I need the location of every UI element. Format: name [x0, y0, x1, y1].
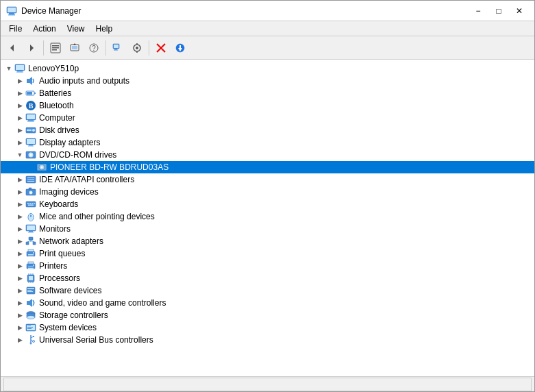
expand-display[interactable]: ▶ [14, 137, 25, 148]
toolbar-back[interactable] [3, 39, 21, 57]
tree-ide[interactable]: ▶ IDE ATA/ATAPI controllers [1, 173, 534, 186]
tree-system[interactable]: ▶ System devices [1, 321, 534, 334]
toolbar-uninstall[interactable] [171, 39, 189, 57]
svg-marker-4 [10, 45, 14, 51]
menu-file[interactable]: File [3, 23, 27, 35]
toolbar-update-driver[interactable] [66, 39, 84, 57]
tree-computer[interactable]: ▶ Computer [1, 112, 534, 124]
tree-print-queues[interactable]: ▶ Print queues [1, 247, 534, 260]
expand-network[interactable]: ▶ [14, 236, 25, 247]
svg-rect-80 [26, 242, 29, 245]
toolbar-display-type[interactable] [109, 39, 127, 57]
expand-keyboards[interactable]: ▶ [14, 199, 25, 210]
tree-display[interactable]: ▶ Display adapters [1, 136, 534, 149]
toolbar-help[interactable]: ? [85, 39, 103, 57]
toolbar-forward[interactable] [23, 39, 40, 57]
bluetooth-icon: B [25, 100, 36, 111]
expand-computer[interactable]: ▶ [14, 112, 25, 123]
tree-processors[interactable]: ▶ Processors [1, 272, 534, 284]
svg-text:B: B [29, 102, 34, 110]
tree-storage[interactable]: ▶ Storage controllers [1, 309, 534, 321]
imaging-label: Imaging devices [39, 187, 99, 197]
menu-view[interactable]: View [62, 23, 90, 35]
svg-rect-18 [114, 49, 118, 50]
svg-rect-69 [34, 203, 35, 204]
svg-rect-77 [29, 231, 33, 232]
svg-point-89 [33, 252, 34, 254]
imaging-icon [25, 186, 36, 197]
svg-line-83 [27, 241, 31, 242]
expand-audio[interactable]: ▶ [14, 75, 25, 86]
svg-rect-58 [27, 177, 34, 178]
maximize-button[interactable]: □ [489, 3, 508, 19]
tree-keyboards[interactable]: ▶ Keyboards [1, 198, 534, 210]
expand-disk[interactable]: ▶ [14, 125, 25, 136]
tree-audio[interactable]: ▶ Audio inputs and outputs [1, 75, 534, 87]
tree-monitors[interactable]: ▶ Monitors [1, 223, 534, 235]
svg-rect-27 [179, 45, 181, 49]
toolbar-disable[interactable] [152, 39, 170, 57]
tree-imaging[interactable]: ▶ Imaging devices [1, 186, 534, 198]
title-bar-left: Device Manager [6, 5, 81, 16]
svg-rect-32 [27, 79, 29, 83]
svg-point-20 [136, 47, 138, 49]
svg-point-121 [33, 341, 35, 343]
battery-icon [25, 88, 36, 99]
toolbar-scan[interactable] [128, 39, 146, 57]
tree-disk[interactable]: ▶ Disk drives [1, 124, 534, 136]
expand-storage[interactable]: ▶ [14, 310, 25, 321]
expand-system[interactable]: ▶ [14, 322, 25, 333]
toolbar-properties[interactable] [47, 39, 64, 57]
expand-ide[interactable]: ▶ [14, 174, 25, 185]
tree-software[interactable]: ▶ Software devices [1, 284, 534, 297]
svg-rect-105 [27, 290, 32, 291]
svg-rect-40 [27, 114, 35, 119]
tree-mice[interactable]: ▶ Mice and other pointing devices [1, 210, 534, 223]
expand-print-queues[interactable]: ▶ [14, 248, 25, 259]
tree-view[interactable]: ▼ LenovoY510p ▶ [1, 60, 534, 376]
expand-imaging[interactable]: ▶ [14, 186, 25, 197]
display-label: Display adapters [39, 138, 100, 147]
expand-batteries[interactable]: ▶ [14, 88, 25, 99]
expand-mice[interactable]: ▶ [14, 211, 25, 222]
expand-bluetooth[interactable]: ▶ [14, 100, 25, 111]
svg-rect-36 [34, 93, 36, 94]
title-bar: Device Manager − □ ✕ [1, 1, 534, 21]
tree-batteries[interactable]: ▶ Batteries [1, 87, 534, 99]
monitors-label: Monitors [39, 224, 71, 234]
software-icon [25, 285, 36, 296]
close-button[interactable]: ✕ [510, 3, 529, 19]
tree-sound[interactable]: ▶ Sound, video and game controllers [1, 297, 534, 309]
tree-pioneer[interactable]: PIONEER BD-RW BDRUD03AS [1, 161, 534, 173]
network-label: Network adapters [39, 236, 103, 246]
tree-printers[interactable]: ▶ Printers [1, 260, 534, 272]
expand-printers[interactable]: ▶ [14, 260, 25, 271]
usb-icon [25, 334, 36, 345]
svg-point-53 [30, 154, 32, 156]
menu-action[interactable]: Action [27, 23, 61, 35]
tree-bluetooth[interactable]: ▶ B Bluetooth [1, 99, 534, 112]
tree-root[interactable]: ▼ LenovoY510p [1, 62, 534, 75]
menu-help[interactable]: Help [90, 23, 119, 35]
svg-rect-60 [27, 181, 34, 182]
svg-rect-45 [27, 129, 32, 130]
expand-usb[interactable]: ▶ [14, 334, 25, 345]
tree-network[interactable]: ▶ Network adapters [1, 235, 534, 247]
tree-usb[interactable]: ▶ Universal Serial Bus controllers [1, 334, 534, 346]
usb-label: Universal Serial Bus controllers [39, 335, 153, 345]
expand-dvd[interactable]: ▼ [14, 149, 25, 160]
display-icon [25, 137, 36, 148]
expand-sound[interactable]: ▶ [14, 297, 25, 308]
minimize-button[interactable]: − [469, 3, 488, 19]
svg-rect-88 [28, 256, 34, 256]
tree-dvd[interactable]: ▼ DVD/CD-ROM drives [1, 149, 534, 161]
status-bar [1, 376, 534, 391]
svg-rect-96 [29, 276, 33, 280]
expand-software[interactable]: ▶ [14, 285, 25, 296]
expand-processors[interactable]: ▶ [14, 273, 25, 284]
svg-rect-115 [27, 327, 33, 328]
svg-rect-49 [29, 145, 33, 146]
svg-rect-1 [9, 13, 14, 14]
expand-monitors[interactable]: ▶ [14, 223, 25, 234]
expand-root[interactable]: ▼ [3, 63, 14, 74]
